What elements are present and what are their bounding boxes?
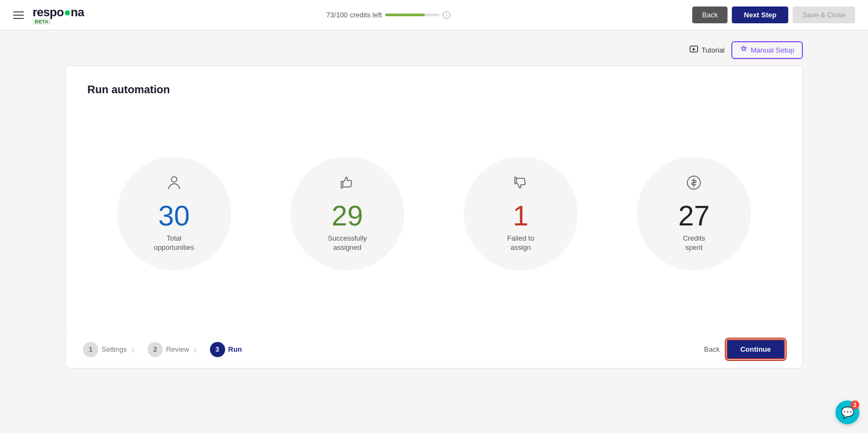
main-area: Tutorial Manual Setup Run automation (0, 30, 868, 379)
toolbar-row: Tutorial Manual Setup (65, 41, 803, 59)
stats-row: 30 Totalopportunities 29 Successfullyass… (87, 118, 781, 309)
chat-bubble[interactable]: 💬 2 (835, 400, 859, 424)
step-2-label: Review (166, 345, 189, 353)
wizard-actions: Back Continue (704, 339, 785, 359)
successfully-assigned-number: 29 (331, 202, 363, 230)
nav-left: respo●na BETA (13, 5, 84, 25)
logo-area: respo●na BETA (33, 5, 84, 25)
svg-marker-1 (693, 48, 695, 51)
nav-right: Back Next Step Save & Close (692, 7, 855, 23)
wizard-step-review: 2 Review (148, 342, 189, 357)
stat-credits-spent: 27 Creditsspent (637, 157, 751, 270)
step-arrow-1 (129, 345, 145, 354)
stat-successfully-assigned: 29 Successfullyassigned (290, 157, 404, 270)
credits-info-icon[interactable]: i (443, 11, 450, 19)
next-step-button[interactable]: Next Step (732, 7, 788, 23)
manual-setup-label: Manual Setup (751, 46, 794, 54)
failed-to-assign-label: Failed toassign (507, 234, 534, 253)
hamburger-menu-icon[interactable] (13, 11, 24, 19)
step-3-bubble: 3 (210, 342, 225, 357)
beta-badge: BETA (33, 18, 51, 25)
step-3-label: Run (228, 345, 242, 353)
tutorial-button[interactable]: Tutorial (690, 45, 725, 55)
credits-bar-fill (385, 14, 425, 16)
chat-badge: 2 (851, 400, 859, 409)
total-opportunities-label: Totalopportunities (154, 234, 194, 253)
failed-to-assign-number: 1 (513, 202, 528, 230)
stat-failed-to-assign: 1 Failed toassign (464, 157, 578, 270)
total-opportunities-number: 30 (158, 202, 190, 230)
svg-point-2 (171, 177, 177, 182)
wizard-step-run: 3 Run (210, 342, 242, 357)
credits-spent-label: Creditsspent (683, 234, 705, 253)
successfully-assigned-label: Successfullyassigned (328, 234, 367, 253)
thumbs-up-icon (339, 174, 356, 195)
stat-total-opportunities: 30 Totalopportunities (117, 157, 231, 270)
wizard-step-settings: 1 Settings (83, 342, 127, 357)
step-2-bubble: 2 (148, 342, 163, 357)
nav-center: 73/100 credits left i (326, 11, 450, 19)
credits-label: 73/100 credits left (326, 11, 382, 19)
manual-setup-icon (740, 46, 748, 55)
person-icon (165, 174, 183, 195)
continue-button[interactable]: Continue (726, 339, 785, 359)
tutorial-video-icon (690, 45, 698, 55)
credits-spent-number: 27 (678, 202, 710, 230)
credits-info: 73/100 credits left i (326, 11, 450, 19)
credits-bar (385, 14, 439, 16)
card-title: Run automation (87, 83, 781, 96)
logo: respo●na (33, 5, 84, 20)
back-button[interactable]: Back (692, 7, 727, 23)
thumbs-down-icon (512, 174, 529, 195)
wizard-footer: 1 Settings 2 Review 3 Run Back Continue (65, 331, 803, 369)
dollar-circle-icon (685, 174, 703, 195)
save-close-button: Save & Close (793, 7, 855, 23)
step-1-bubble: 1 (83, 342, 98, 357)
manual-setup-button[interactable]: Manual Setup (731, 41, 803, 59)
wizard-steps: 1 Settings 2 Review 3 Run (83, 342, 242, 357)
wizard-back-button[interactable]: Back (704, 345, 720, 353)
run-automation-card: Run automation 30 Totalopportunities (65, 66, 803, 331)
step-arrow-2 (192, 345, 208, 354)
tutorial-label: Tutorial (701, 46, 725, 54)
step-1-label: Settings (101, 345, 127, 353)
top-navigation: respo●na BETA 73/100 credits left i Back… (0, 0, 868, 30)
